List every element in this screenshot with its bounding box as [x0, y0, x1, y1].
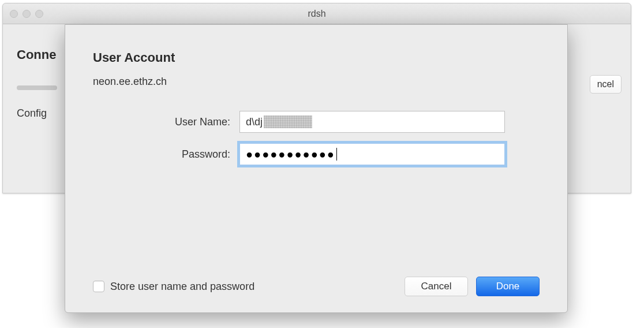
password-label: Password:	[93, 148, 230, 161]
dialog-buttons: Cancel Done	[405, 277, 540, 296]
username-label: User Name:	[93, 116, 230, 128]
password-input-wrap: ●●●●●●●●●●●	[239, 143, 505, 165]
cancel-button[interactable]: Cancel	[405, 277, 468, 296]
dialog-footer: Store user name and password Cancel Done	[93, 277, 540, 296]
username-value: d\dj	[246, 111, 499, 132]
minimize-window-button[interactable]	[23, 10, 31, 18]
username-obscured-portion	[264, 115, 312, 128]
titlebar: rdsh	[3, 3, 631, 24]
username-input-wrap: d\dj	[239, 111, 505, 133]
password-row: Password: ●●●●●●●●●●●	[93, 143, 540, 165]
store-credentials-checkbox[interactable]	[93, 281, 104, 292]
done-button[interactable]: Done	[476, 277, 540, 296]
user-account-dialog: User Account neon.ee.ethz.ch User Name: …	[65, 24, 568, 313]
username-input[interactable]: d\dj	[239, 111, 505, 133]
store-credentials-option[interactable]: Store user name and password	[93, 281, 254, 293]
username-row: User Name: d\dj	[93, 111, 540, 133]
store-credentials-label: Store user name and password	[110, 281, 254, 293]
window-title: rdsh	[3, 9, 631, 19]
password-value: ●●●●●●●●●●●	[246, 144, 499, 165]
password-input[interactable]: ●●●●●●●●●●●	[239, 143, 505, 165]
zoom-window-button[interactable]	[35, 10, 43, 18]
dialog-title: User Account	[93, 50, 540, 65]
dialog-host: neon.ee.ethz.ch	[93, 76, 540, 88]
background-cancel-button[interactable]: ncel	[590, 75, 621, 94]
close-window-button[interactable]	[10, 10, 18, 18]
traffic-lights	[3, 10, 43, 18]
username-visible-text: d\dj	[246, 116, 263, 128]
credentials-form: User Name: d\dj Password: ●●●●●●●●●●●	[93, 111, 540, 176]
progress-bar	[17, 85, 57, 90]
text-cursor	[336, 148, 338, 161]
